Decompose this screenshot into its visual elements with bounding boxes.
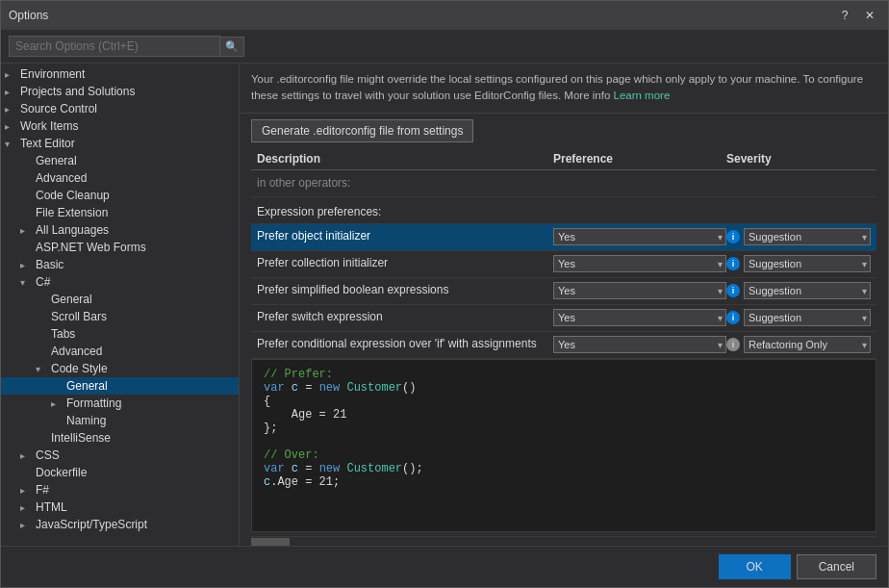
pref-dropdown-4[interactable]: Yes [553,336,726,353]
code-preview: // Prefer: var c = new Customer() { Age … [251,359,876,532]
section-header-text: Expression preferences: [257,205,871,218]
pref-dropdown-0[interactable]: Yes [553,228,726,245]
code-line-7: var c = new Customer(); [264,462,864,475]
truncated-desc: in other operators: [257,176,553,190]
sidebar-label-cs-formatting: Formatting [66,396,121,410]
sidebar-label-work-items: Work Items [20,119,78,133]
sidebar-item-advanced[interactable]: Advanced [1,169,239,187]
row-sev-cell-0: iSuggestion [726,228,871,245]
sidebar-item-environment[interactable]: ▸Environment [1,65,239,83]
generate-editorconfig-button[interactable]: Generate .editorconfig file from setting… [251,119,473,142]
dialog-footer: OK Cancel [1,546,888,587]
sidebar-item-cs-tabs[interactable]: Tabs [1,325,239,343]
row-sev-cell-2: iSuggestion [726,282,871,299]
row-sev-cell-4: iRefactoring Only [726,336,871,353]
tree-arrow-fsharp: ▸ [20,485,36,496]
sidebar-label-css: CSS [36,448,60,462]
severity-icon-0: i [726,230,740,243]
sidebar-item-html[interactable]: ▸HTML [1,499,239,516]
sidebar-item-cs-advanced[interactable]: Advanced [1,343,239,360]
sidebar-label-environment: Environment [20,67,85,81]
ok-button[interactable]: OK [719,554,791,579]
col-description: Description [257,152,553,166]
sidebar-item-csharp[interactable]: ▾C# [1,273,239,291]
table-header: Description Preference Severity [251,148,876,170]
sidebar-item-cs-naming[interactable]: Naming [1,412,239,429]
sidebar-item-cs-general[interactable]: General [1,291,239,308]
sidebar-item-code-cleanup[interactable]: Code Cleanup [1,187,239,204]
horizontal-scrollbar[interactable] [251,536,876,546]
pref-dropdown-1[interactable]: Yes [553,255,726,272]
sidebar-item-dockerfile[interactable]: Dockerfile [1,464,239,481]
severity-icon-3: i [726,311,740,324]
tree-arrow-cs-codestyle: ▾ [36,364,51,374]
sidebar-item-basic[interactable]: ▸Basic [1,256,239,273]
sidebar-item-source-control[interactable]: ▸Source Control [1,100,239,117]
sidebar-item-all-languages[interactable]: ▸All Languages [1,221,239,239]
help-button[interactable]: ? [834,5,855,26]
title-bar: Options ? ✕ [1,1,888,30]
dialog-title: Options [9,9,48,22]
sidebar-label-general: General [36,154,77,167]
row-desc-0: Prefer object initializer [257,229,553,244]
search-input[interactable] [9,36,220,57]
table-scroll[interactable]: in other operators: Expression preferenc… [251,170,876,360]
sev-dropdown-3[interactable]: Suggestion [744,309,871,326]
tree-arrow-projects: ▸ [5,87,20,97]
sidebar-label-cs-tabs: Tabs [51,327,75,341]
sidebar-item-aspnet[interactable]: ASP.NET Web Forms [1,239,239,256]
sidebar-label-source-control: Source Control [20,102,97,115]
code-line-1: // Prefer: [264,368,864,381]
sidebar-item-cs-codestyle[interactable]: ▾Code Style [1,360,239,377]
table-row-truncated: in other operators: [251,170,876,197]
tree-arrow-css: ▸ [20,450,36,461]
tree-arrow-cs-formatting: ▸ [51,398,66,409]
tree-arrow-javascript: ▸ [20,520,36,530]
row-pref-cell-1: Yes [553,255,726,272]
sidebar-item-cs-scrollbars[interactable]: Scroll Bars [1,308,239,325]
sidebar-item-file-extension[interactable]: File Extension [1,204,239,221]
pref-dropdown-2[interactable]: Yes [553,282,726,299]
sidebar-item-text-editor[interactable]: ▾Text Editor [1,135,239,152]
tree-arrow-environment: ▸ [5,69,20,80]
sidebar-item-javascript[interactable]: ▸JavaScript/TypeScript [1,516,239,533]
sidebar-item-general[interactable]: General [1,152,239,169]
table-row-3[interactable]: Prefer switch expressionYesiSuggestion [251,305,876,332]
table-rows: Prefer object initializerYesiSuggestionP… [251,224,876,359]
sidebar-label-javascript: JavaScript/TypeScript [36,518,147,531]
table-row-0[interactable]: Prefer object initializerYesiSuggestion [251,224,876,251]
table-row-2[interactable]: Prefer simplified boolean expressionsYes… [251,278,876,305]
options-dialog: Options ? ✕ 🔍 ▸Environment▸Projects and … [0,0,889,588]
sidebar-label-html: HTML [36,500,67,514]
info-bar: Your .editorconfig file might override t… [240,64,888,114]
code-line-8: c.Age = 21; [264,475,864,489]
table-row-1[interactable]: Prefer collection initializerYesiSuggest… [251,251,876,278]
sidebar-item-cs-intellisense[interactable]: IntelliSense [1,429,239,447]
sidebar-item-fsharp[interactable]: ▸F# [1,481,239,499]
sidebar-item-projects[interactable]: ▸Projects and Solutions [1,83,239,100]
search-icon-button[interactable]: 🔍 [220,37,244,57]
sev-dropdown-2[interactable]: Suggestion [744,282,871,299]
severity-icon-4: i [726,338,740,351]
sidebar-item-cs-formatting[interactable]: ▸Formatting [1,395,239,412]
right-panel: Your .editorconfig file might override t… [240,64,888,546]
col-severity: Severity [726,152,871,166]
learn-more-link[interactable]: Learn more [614,89,671,101]
tree-arrow-csharp: ▾ [20,277,36,288]
close-button[interactable]: ✕ [859,5,880,26]
sidebar-label-cs-general: General [51,293,92,306]
sidebar-item-cs-cs-general[interactable]: General [1,377,239,395]
sidebar: ▸Environment▸Projects and Solutions▸Sour… [1,64,240,546]
sidebar-item-css[interactable]: ▸CSS [1,447,239,464]
table-row-4[interactable]: Prefer conditional expression over 'if' … [251,332,876,359]
sidebar-item-work-items[interactable]: ▸Work Items [1,117,239,135]
sev-dropdown-1[interactable]: Suggestion [744,255,871,272]
pref-dropdown-3[interactable]: Yes [553,309,726,326]
cancel-button[interactable]: Cancel [797,554,876,579]
code-line-6: // Over: [264,448,864,462]
sev-dropdown-4[interactable]: Refactoring Only [744,336,871,353]
code-line-3: { [264,395,864,408]
sev-dropdown-0[interactable]: Suggestion [744,228,871,245]
tree-arrow-html: ▸ [20,502,36,513]
sidebar-label-projects: Projects and Solutions [20,85,135,98]
